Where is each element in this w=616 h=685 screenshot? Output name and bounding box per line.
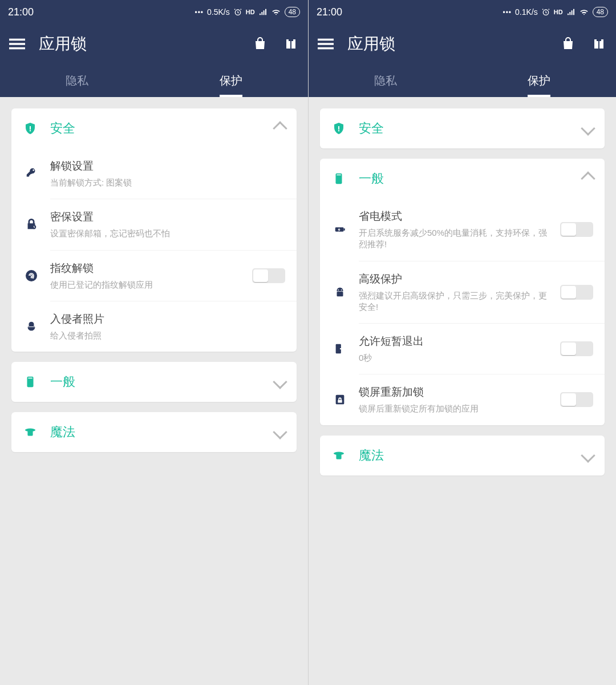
android-icon <box>333 285 347 300</box>
signal-icon <box>258 7 268 17</box>
toggle-fingerprint[interactable] <box>252 268 285 283</box>
general-rows: 省电模式 开启系统服务减少50%的电量消耗，支持环保，强烈推荐! 高级保护 强烈… <box>320 199 605 425</box>
row-fingerprint[interactable]: 指纹解锁 使用已登记的指纹解锁应用 <box>50 250 297 301</box>
section-title: 一般 <box>359 170 570 187</box>
toggle-power-saving[interactable] <box>560 222 593 237</box>
svg-point-19 <box>338 130 339 131</box>
chevron-down-icon <box>273 425 287 439</box>
row-intruder[interactable]: 入侵者照片 给入侵者拍照 <box>50 301 297 352</box>
security-rows: 解锁设置 当前解锁方式: 图案锁 密保设置 设置密保邮箱，忘记密码也不怕 <box>11 148 297 352</box>
tab-privacy[interactable]: 隐私 <box>309 64 463 97</box>
row-sub: 给入侵者拍照 <box>50 330 285 341</box>
row-brief-exit[interactable]: 允许短暂退出 0秒 <box>359 323 605 374</box>
menu-icon[interactable] <box>8 35 26 53</box>
store-icon[interactable] <box>559 35 577 53</box>
section-header-magic[interactable]: 魔法 <box>11 412 297 452</box>
section-header-general[interactable]: 一般 <box>320 159 605 199</box>
phone-icon <box>23 374 38 389</box>
section-magic: 魔法 <box>11 412 297 452</box>
svg-rect-1 <box>9 39 25 41</box>
hd-icon: HD <box>246 9 255 15</box>
chevron-down-icon <box>581 448 595 462</box>
svg-rect-18 <box>338 126 339 130</box>
menu-icon[interactable] <box>317 35 335 53</box>
section-header-magic[interactable]: 魔法 <box>320 436 605 476</box>
section-header-security[interactable]: 安全 <box>11 108 297 148</box>
status-indicators: 0.1K/s HD 48 <box>502 7 608 17</box>
theme-icon[interactable] <box>282 35 300 53</box>
hd-icon: HD <box>554 9 563 15</box>
appbar: 应用锁 <box>309 24 616 64</box>
row-unlock-settings[interactable]: 解锁设置 当前解锁方式: 图案锁 <box>50 148 297 199</box>
svg-rect-21 <box>337 175 341 175</box>
section-general: 一般 <box>11 362 297 402</box>
exit-icon <box>333 341 347 356</box>
svg-rect-26 <box>337 292 343 296</box>
section-security: 安全 解锁设置 当前解锁方式: 图案锁 <box>11 108 297 352</box>
svg-point-6 <box>30 130 31 131</box>
phone-icon <box>331 171 346 186</box>
toggle-advanced-protect[interactable] <box>560 285 593 300</box>
magic-hat-icon <box>331 448 346 463</box>
row-power-saving[interactable]: 省电模式 开启系统服务减少50%的电量消耗，支持环保，强烈推荐! <box>359 199 605 261</box>
svg-rect-4 <box>289 39 293 41</box>
status-time: 21:00 <box>317 6 342 18</box>
svg-rect-12 <box>27 430 33 436</box>
tab-protect[interactable]: 保护 <box>463 64 617 97</box>
row-title: 允许短暂退出 <box>359 334 548 349</box>
svg-rect-28 <box>336 395 345 405</box>
theme-icon[interactable] <box>590 35 608 53</box>
section-title: 魔法 <box>50 424 262 441</box>
row-sub: 0秒 <box>359 352 548 364</box>
row-title: 入侵者照片 <box>50 312 285 327</box>
toggle-brief-exit[interactable] <box>560 341 593 356</box>
row-sub: 设置密保邮箱，忘记密码也不怕 <box>50 228 285 239</box>
section-general: 一般 省电模式 开启系统服务减少50%的电量消耗，支持环保，强烈推荐! <box>320 159 605 425</box>
app-title: 应用锁 <box>39 33 87 55</box>
more-icon <box>194 7 204 17</box>
more-icon <box>502 7 512 17</box>
row-sub: 开启系统服务减少50%的电量消耗，支持环保，强烈推荐! <box>359 227 548 251</box>
wifi-icon <box>579 7 589 17</box>
key-icon <box>24 166 39 181</box>
section-header-security[interactable]: 安全 <box>320 108 605 148</box>
store-icon[interactable] <box>251 35 269 53</box>
phone-left: 21:00 0.5K/s HD 48 应用锁 <box>0 0 308 685</box>
chevron-down-icon <box>581 121 595 135</box>
toggle-relock[interactable] <box>560 392 593 407</box>
svg-rect-30 <box>336 453 341 459</box>
status-net-speed: 0.5K/s <box>207 7 230 17</box>
section-magic: 魔法 <box>320 436 605 476</box>
row-secret-settings[interactable]: 密保设置 设置密保邮箱，忘记密码也不怕 <box>50 199 297 249</box>
signal-icon <box>566 7 576 17</box>
battery-pill: 48 <box>593 7 608 17</box>
chevron-up-icon <box>581 171 595 186</box>
svg-point-24 <box>338 289 339 291</box>
svg-rect-3 <box>9 47 25 50</box>
alarm-icon <box>541 7 550 17</box>
section-header-general[interactable]: 一般 <box>11 362 297 402</box>
wifi-icon <box>271 7 281 17</box>
row-sub: 当前解锁方式: 图案锁 <box>50 177 285 188</box>
svg-rect-2 <box>9 43 25 45</box>
statusbar: 21:00 0.5K/s HD 48 <box>0 0 308 24</box>
svg-rect-10 <box>28 378 32 378</box>
chevron-down-icon <box>273 374 287 389</box>
alarm-icon <box>233 7 242 17</box>
row-sub: 强烈建议开启高级保护，只需三步，完美保护，更安全! <box>359 290 548 313</box>
lock-icon <box>24 217 39 232</box>
row-advanced-protect[interactable]: 高级保护 强烈建议开启高级保护，只需三步，完美保护，更安全! <box>359 261 605 324</box>
appbar: 应用锁 <box>0 24 308 64</box>
status-indicators: 0.5K/s HD 48 <box>194 7 300 17</box>
row-relock[interactable]: 锁屏重新加锁 锁屏后重新锁定所有加锁的应用 <box>359 374 605 425</box>
row-title: 高级保护 <box>359 272 548 287</box>
tab-privacy[interactable]: 隐私 <box>0 64 154 97</box>
row-sub: 使用已登记的指纹解锁应用 <box>50 279 240 291</box>
app-title: 应用锁 <box>347 33 395 55</box>
svg-rect-14 <box>318 39 334 41</box>
svg-point-25 <box>341 289 342 291</box>
statusbar: 21:00 0.1K/s HD 48 <box>309 0 616 24</box>
status-time: 21:00 <box>8 6 34 18</box>
section-title: 魔法 <box>359 447 570 464</box>
tab-protect[interactable]: 保护 <box>154 64 308 97</box>
